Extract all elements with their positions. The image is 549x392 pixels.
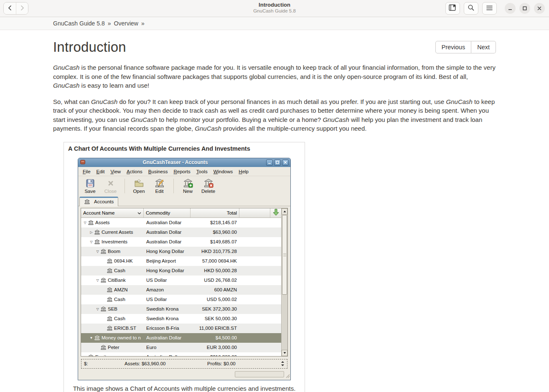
minimize-icon	[508, 5, 512, 12]
gnucash-close-icon	[282, 159, 289, 166]
menu-windows: Windows	[211, 168, 236, 175]
figure-caption: This image shows a Chart of Accounts wit…	[64, 380, 305, 392]
account-name: Cash	[114, 268, 125, 273]
breadcrumb-separator: »	[141, 20, 145, 27]
account-row: ▷EquityAustralian Dollar$216,836.00	[81, 352, 281, 356]
column-options	[270, 208, 281, 217]
menu-actions: Actions	[124, 168, 145, 175]
account-commodity: Australian Dollar	[144, 239, 191, 244]
resize-grip-icon	[284, 372, 290, 379]
column-total: Total	[191, 208, 239, 217]
bank-icon	[101, 345, 106, 350]
bank-icon	[84, 199, 90, 204]
account-row: ▽InvestmentsAustralian Dollar$149,685.07	[81, 237, 281, 247]
back-button[interactable]	[4, 3, 16, 14]
gnc-toolbar: SaveCloseOpenEditNewDelete	[78, 176, 290, 195]
column-commodity: Commodity	[144, 208, 191, 217]
paragraphs: GnuCash is the personal finance software…	[53, 63, 496, 133]
expander-icon: ▽	[95, 307, 100, 311]
gnucash-app-icon	[80, 159, 86, 166]
bank-icon	[88, 354, 94, 356]
account-row: CashSwedish KronaSEK 50,000.30	[81, 314, 281, 324]
progress-area	[235, 371, 284, 377]
account-total: $216,836.00	[191, 354, 239, 356]
bank-icon	[107, 287, 112, 292]
account-name: 0694.HK	[114, 258, 133, 263]
bank-icon	[101, 249, 106, 254]
account-name: SEB	[108, 306, 117, 311]
account-total: 57,000 0694.HK	[191, 258, 239, 263]
window-subtitle: GnuCash Guide 5.8	[253, 8, 296, 14]
account-commodity: Australian Dollar	[144, 335, 191, 340]
book-icon	[449, 4, 457, 13]
forward-icon	[19, 5, 25, 12]
menu-reports: Reports	[171, 168, 193, 175]
maximize-icon	[523, 5, 527, 12]
gnucash-minimize-icon	[266, 159, 273, 166]
account-commodity: Ericsson B-Fria	[144, 326, 191, 331]
bank-icon	[107, 258, 112, 263]
account-name: Investments	[102, 239, 127, 244]
menu-tools: Tools	[193, 168, 211, 175]
bank-icon	[101, 278, 106, 283]
open-tool-button: Open	[129, 178, 149, 194]
bank-icon	[101, 306, 106, 311]
account-name: Equity	[95, 354, 109, 356]
account-row: AMZNAmazon600 AMZN	[81, 285, 281, 295]
bank-icon	[88, 220, 94, 225]
next-button[interactable]: Next	[471, 41, 496, 53]
header-bar: Introduction GnuCash Guide 5.8	[0, 0, 549, 17]
account-commodity: Hong Kong Dollar	[144, 268, 191, 273]
tab-accounts: Accounts	[79, 197, 118, 206]
status-bar	[78, 370, 290, 379]
account-commodity: Australian Dollar	[144, 230, 191, 235]
close-button[interactable]	[534, 3, 545, 14]
accounts-tree: Account Name Commodity Total	[81, 208, 288, 357]
account-total: USD 5,000.02	[191, 297, 239, 302]
new-account-icon	[183, 178, 193, 188]
window-title-block: Introduction GnuCash Guide 5.8	[253, 2, 296, 14]
gnucash-titlebar: GnuCashTeaser - Accounts	[78, 158, 290, 167]
account-commodity: Amazon	[144, 287, 191, 292]
search-button[interactable]	[464, 2, 478, 15]
tab-accounts-label: Accounts	[94, 199, 114, 204]
menu-button[interactable]	[482, 2, 497, 15]
bookmarks-button[interactable]	[445, 2, 460, 15]
summary-currency: $:	[84, 361, 88, 366]
new-tool-button: New	[178, 178, 198, 194]
delete-tool-button: Delete	[198, 178, 219, 194]
pager: Previous Next	[435, 41, 496, 53]
maximize-button[interactable]	[519, 3, 530, 14]
account-commodity: Australian Dollar	[144, 220, 191, 225]
previous-button[interactable]: Previous	[435, 41, 471, 53]
account-total: SEK 372,300.30	[191, 306, 239, 311]
account-name: Peter	[108, 345, 119, 350]
forward-button[interactable]	[16, 3, 28, 14]
column-account-name: Account Name	[81, 208, 144, 217]
figure: A Chart Of Accounts With Multiple Curren…	[64, 142, 305, 392]
sort-chevron-icon	[137, 210, 141, 215]
breadcrumb-link[interactable]: GnuCash Guide 5.8	[53, 20, 105, 27]
tree-scrollbar	[281, 208, 287, 356]
expander-icon: ▽	[95, 278, 100, 282]
column-filler	[239, 208, 270, 217]
account-commodity: Hong Kong Dollar	[144, 249, 191, 254]
account-total: 600 AMZN	[191, 287, 239, 292]
breadcrumb-link[interactable]: Overview	[114, 20, 138, 27]
save-tool-button: Save	[80, 178, 100, 194]
menu-file: File	[80, 168, 94, 175]
gnc-tabstrip: Accounts	[78, 195, 290, 206]
minimize-button[interactable]	[505, 3, 516, 14]
account-total: $4,500.00	[191, 335, 239, 340]
toolbar-separator	[173, 179, 174, 193]
nav-button-group	[3, 2, 28, 15]
scroll-down-icon	[282, 350, 287, 356]
expander-icon: ▽	[89, 240, 94, 244]
bank-icon	[94, 230, 100, 235]
scroll-up-icon	[282, 208, 287, 215]
close-icon	[106, 178, 116, 188]
account-total: HKD 310,775.28	[191, 249, 239, 254]
account-commodity: US Dollar	[144, 297, 191, 302]
account-row: ▼Money owned to nAustralian Dollar$4,500…	[81, 333, 281, 343]
menu-help: Help	[236, 168, 252, 175]
